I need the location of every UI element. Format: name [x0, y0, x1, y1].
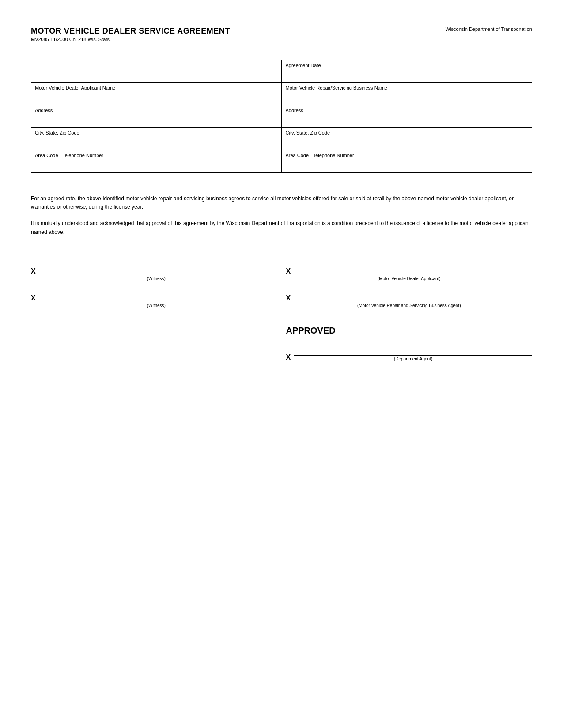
- right-cell-phone: Area Code - Telephone Number: [282, 150, 532, 173]
- field-label-agreement-date: Agreement Date: [286, 63, 529, 68]
- left-cell-address: Address: [31, 105, 282, 128]
- sig-witness-1-block: X (Witness): [31, 267, 282, 281]
- form-number: MV2085 11/2000 Ch. 218 Wis. Stats.: [31, 37, 230, 42]
- field-label-repair-phone: Area Code - Telephone Number: [286, 153, 529, 158]
- sig-x-repair-agent: X: [286, 294, 291, 302]
- approved-title: APPROVED: [286, 326, 533, 336]
- sig-label-witness-1: (Witness): [31, 276, 282, 281]
- paragraph-1: For an agreed rate, the above-identified…: [31, 195, 532, 211]
- approved-sig-row: X (Department Agent): [286, 353, 533, 361]
- table-row: Address Address: [31, 105, 532, 128]
- right-cell-city: City, State, Zip Code: [282, 128, 532, 150]
- right-cell-address: Address: [282, 105, 532, 128]
- sig-label-witness-2: (Witness): [31, 303, 282, 308]
- sig-repair-agent-inner: X: [286, 294, 533, 302]
- table-row: Agreement Date: [31, 60, 532, 83]
- field-label-dealer-phone: Area Code - Telephone Number: [35, 153, 278, 158]
- sig-line-witness-1: [39, 275, 282, 275]
- sig-line-witness-2: [39, 302, 282, 302]
- sig-row-1: X (Witness) X (Motor Vehicle Dealer Appl…: [31, 267, 532, 281]
- field-label-repair-city: City, State, Zip Code: [286, 130, 529, 135]
- field-label-repair-address: Address: [286, 108, 529, 113]
- table-row: Area Code - Telephone Number Area Code -…: [31, 150, 532, 173]
- sig-witness-2-block: X (Witness): [31, 294, 282, 308]
- body-text: For an agreed rate, the above-identified…: [31, 195, 532, 236]
- sig-x-witness-2: X: [31, 294, 36, 302]
- left-cell-empty: [31, 60, 282, 83]
- left-cell-city: City, State, Zip Code: [31, 128, 282, 150]
- sig-dealer-inner: X: [286, 267, 533, 275]
- sig-row-2: X (Witness) X (Motor Vehicle Repair and …: [31, 294, 532, 308]
- main-title: MOTOR VEHICLE DEALER SERVICE AGREEMENT: [31, 26, 230, 36]
- sig-label-dept-agent: (Department Agent): [294, 356, 532, 361]
- paragraph-2: It is mutually understood and acknowledg…: [31, 219, 532, 236]
- field-label-dealer-city: City, State, Zip Code: [35, 130, 278, 135]
- sig-x-dept-agent: X: [286, 353, 291, 361]
- sig-line-repair-agent: [294, 302, 532, 302]
- sig-label-repair-agent: (Motor Vehicle Repair and Servicing Busi…: [286, 303, 533, 308]
- table-row: Motor Vehicle Dealer Applicant Name Moto…: [31, 83, 532, 105]
- sig-witness-1-inner: X: [31, 267, 282, 275]
- field-label-repair-name: Motor Vehicle Repair/Servicing Business …: [286, 85, 529, 90]
- left-cell-dealer-name: Motor Vehicle Dealer Applicant Name: [31, 83, 282, 105]
- field-label-dealer-address: Address: [35, 108, 278, 113]
- table-row: City, State, Zip Code City, State, Zip C…: [31, 128, 532, 150]
- sig-witness-2-inner: X: [31, 294, 282, 302]
- left-cell-phone: Area Code - Telephone Number: [31, 150, 282, 173]
- signature-section: X (Witness) X (Motor Vehicle Dealer Appl…: [31, 267, 532, 361]
- sig-repair-agent-block: X (Motor Vehicle Repair and Servicing Bu…: [282, 294, 533, 308]
- sig-label-dealer: (Motor Vehicle Dealer Applicant): [286, 276, 533, 281]
- sig-dealer-block: X (Motor Vehicle Dealer Applicant): [282, 267, 533, 281]
- title-block: MOTOR VEHICLE DEALER SERVICE AGREEMENT M…: [31, 26, 230, 42]
- sig-x-dealer: X: [286, 267, 291, 275]
- sig-line-dept-agent: [294, 355, 532, 356]
- sig-x-witness-1: X: [31, 267, 36, 275]
- right-cell-repair-name: Motor Vehicle Repair/Servicing Business …: [282, 83, 532, 105]
- form-table: Agreement Date Motor Vehicle Dealer Appl…: [31, 60, 532, 173]
- approved-section: APPROVED X (Department Agent): [282, 326, 533, 361]
- field-label-dealer-name: Motor Vehicle Dealer Applicant Name: [35, 85, 278, 90]
- department-name: Wisconsin Department of Transportation: [446, 26, 532, 32]
- right-cell-agreement-date: Agreement Date: [282, 60, 532, 83]
- sig-line-dealer: [294, 275, 532, 275]
- page-header: MOTOR VEHICLE DEALER SERVICE AGREEMENT M…: [31, 26, 532, 42]
